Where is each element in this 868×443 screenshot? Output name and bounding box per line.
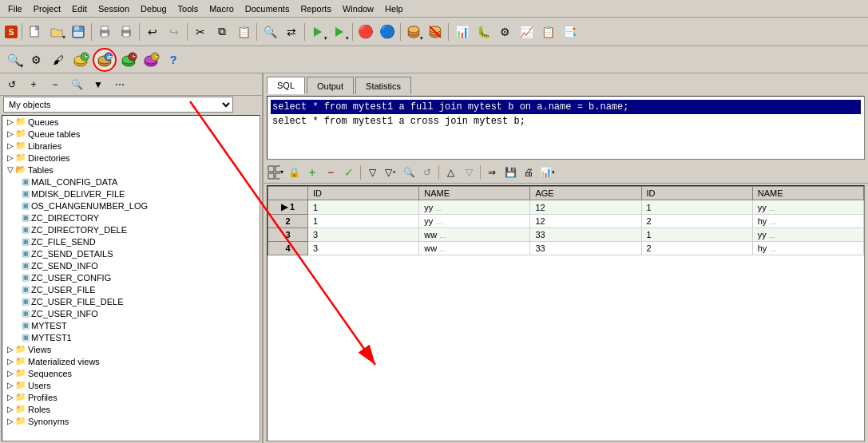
menu-project[interactable]: Project [29, 2, 65, 15]
print2-button[interactable] [116, 22, 137, 42]
menu-tools[interactable]: Tools [173, 2, 204, 15]
tree-item-views[interactable]: ▷ 📁 Views [2, 343, 260, 355]
col-id2[interactable]: ID [641, 187, 752, 200]
menu-reports[interactable]: Reports [295, 2, 336, 15]
expand-profiles[interactable]: ▷ [6, 393, 15, 401]
more3-button[interactable]: 📋 [537, 22, 558, 42]
refresh-icon[interactable]: ↺ [2, 74, 22, 95]
expand-users[interactable]: ▷ [6, 381, 15, 390]
tree-item-zc-user-config[interactable]: ▣ ZC_USER_CONFIG [2, 271, 260, 283]
tree-item-mytest[interactable]: ▣ MYTEST [2, 319, 260, 331]
duck4-button[interactable] [141, 49, 161, 70]
menu-help[interactable]: Help [380, 2, 408, 15]
tree-item-zc-send-info[interactable]: ▣ ZC_SEND_INFO [2, 259, 260, 271]
tree-item-mytest1[interactable]: ▣ MYTEST1 [2, 331, 260, 343]
col-name1[interactable]: NAME [419, 187, 530, 200]
sql-editor[interactable]: select * from mytest1 a full join mytest… [267, 96, 865, 160]
expand-tables[interactable]: ▽ [6, 165, 15, 174]
tree-item-libraries[interactable]: ▷ 📁 Libraries [2, 140, 260, 152]
grid-delete-button[interactable]: − [322, 164, 339, 181]
tree-item-zc-user-info[interactable]: ▣ ZC_USER_INFO [2, 307, 260, 319]
grid-export-button[interactable]: ⇒ [483, 164, 501, 181]
tree-item-synonyms[interactable]: ▷ 📁 Synonyms [2, 415, 260, 427]
expand-roles[interactable]: ▷ [6, 405, 15, 413]
tree-item-mdisk-deliver-file[interactable]: ▣ MDISK_DELIVER_FILE [2, 188, 260, 200]
col-name2[interactable]: NAME [752, 187, 863, 200]
grid-refresh-button[interactable]: ↺ [418, 164, 436, 181]
grid-print-button[interactable]: 🖨 [520, 164, 537, 181]
more2-button[interactable]: 📈 [516, 22, 537, 42]
expand-libraries[interactable]: ▷ [6, 141, 15, 150]
menu-documents[interactable]: Documents [240, 2, 295, 15]
disconnect-button[interactable] [425, 22, 446, 42]
menu-window[interactable]: Window [338, 2, 379, 15]
new-button[interactable] [25, 22, 46, 42]
duck2-button[interactable]: SQL [93, 48, 117, 72]
grid-filter2-button[interactable]: ▽× [382, 164, 399, 181]
tree-item-zc-directory-dele[interactable]: ▣ ZC_DIRECTORY_DELE [2, 223, 260, 235]
tree-item-zc-file-send[interactable]: ▣ ZC_FILE_SEND [2, 235, 260, 247]
run2-button[interactable]: ▾ [329, 22, 350, 42]
tree-item-tables[interactable]: ▽ 📂 Tables [2, 164, 260, 176]
menu-session[interactable]: Session [93, 2, 134, 15]
tree-item-materialized-views[interactable]: ▷ 📁 Materialized views [2, 355, 260, 367]
tree-item-directories[interactable]: ▷ 📁 Directories [2, 152, 260, 164]
grid-add-button[interactable]: + [303, 164, 321, 181]
tab-statistics[interactable]: Statistics [355, 77, 411, 94]
expand-queue-tables[interactable]: ▷ [6, 129, 15, 138]
expand-mat-views[interactable]: ▷ [6, 357, 15, 366]
table-row[interactable]: 3 3 ww … 33 1 yy … [268, 228, 864, 242]
help-tb-button[interactable]: ? [163, 49, 184, 70]
grid-chart-button[interactable]: 📊▾ [538, 164, 556, 181]
tree-item-zc-user-file[interactable]: ▣ ZC_USER_FILE [2, 283, 260, 295]
col-age[interactable]: AGE [530, 187, 641, 200]
object-selector[interactable]: My objects All objects [3, 97, 233, 113]
tree-item-zc-user-file-dele[interactable]: ▣ ZC_USER_FILE_DELE [2, 295, 260, 307]
find-button[interactable]: 🔍 [260, 22, 280, 42]
filter-icon[interactable]: ▼ [88, 74, 109, 95]
connect-button[interactable]: ▾ [403, 22, 424, 42]
table-row[interactable]: 2 1 yy … 12 2 hy … [268, 215, 864, 228]
tree-item-users[interactable]: ▷ 📁 Users [2, 379, 260, 391]
duck1-button[interactable] [70, 49, 91, 70]
print-button[interactable] [94, 22, 115, 42]
more4-button[interactable]: 📑 [559, 22, 580, 42]
settings-button[interactable]: ⚙ [26, 49, 46, 70]
grid-search-button[interactable]: 🔍 [400, 164, 418, 181]
search-objects-icon[interactable]: 🔍 [66, 74, 87, 95]
tree-item-os-changenumber-log[interactable]: ▣ OS_CHANGENUMBER_LOG [2, 200, 260, 212]
cut-button[interactable]: ✂ [190, 22, 211, 42]
undo-button[interactable]: ↩ [142, 22, 163, 42]
tree-item-zc-send-details[interactable]: ▣ ZC_SEND_DETAILS [2, 247, 260, 259]
rollback-button[interactable]: 🔵 [377, 22, 398, 42]
tree-item-mail-config-data[interactable]: ▣ MAIL_CONFIG_DATA [2, 176, 260, 188]
debug-button[interactable]: 🐛 [473, 22, 493, 42]
grid-sort1-button[interactable]: △ [442, 164, 459, 181]
brush-button[interactable]: 🖌 [48, 49, 69, 70]
grid-save-button[interactable]: 💾 [501, 164, 519, 181]
duck3-button[interactable] [118, 49, 139, 70]
zoom-button[interactable]: 🔍▾ [3, 49, 24, 70]
redo-button[interactable]: ↪ [164, 22, 184, 42]
tree-item-zc-directory[interactable]: ▣ ZC_DIRECTORY [2, 212, 260, 223]
expand-directories[interactable]: ▷ [6, 153, 15, 162]
expand-queues[interactable]: ▷ [6, 117, 15, 126]
menu-edit[interactable]: Edit [67, 2, 92, 15]
plan-button[interactable]: 📊 [451, 22, 472, 42]
tree-item-profiles[interactable]: ▷ 📁 Profiles [2, 391, 260, 403]
grid-sort2-button[interactable]: ▽ [460, 164, 478, 181]
tab-sql[interactable]: SQL [267, 77, 305, 94]
expand-sequences[interactable]: ▷ [6, 369, 15, 378]
more-options-icon[interactable]: ⋯ [109, 74, 130, 95]
replace-button[interactable]: ⇄ [281, 22, 302, 42]
col-id1[interactable]: ID [308, 187, 419, 200]
save-button[interactable] [68, 22, 89, 42]
tree-item-queue-tables[interactable]: ▷ 📁 Queue tables [2, 128, 260, 140]
expand-views[interactable]: ▷ [6, 345, 15, 354]
collapse-all-icon[interactable]: − [45, 74, 65, 95]
commit-button[interactable]: 🔴 [355, 22, 376, 42]
open-button[interactable]: ▾ [46, 22, 67, 42]
expand-all-icon[interactable]: + [23, 74, 44, 95]
expand-synonyms[interactable]: ▷ [6, 417, 15, 425]
tree-item-queues[interactable]: ▷ 📁 Queues [2, 116, 260, 128]
